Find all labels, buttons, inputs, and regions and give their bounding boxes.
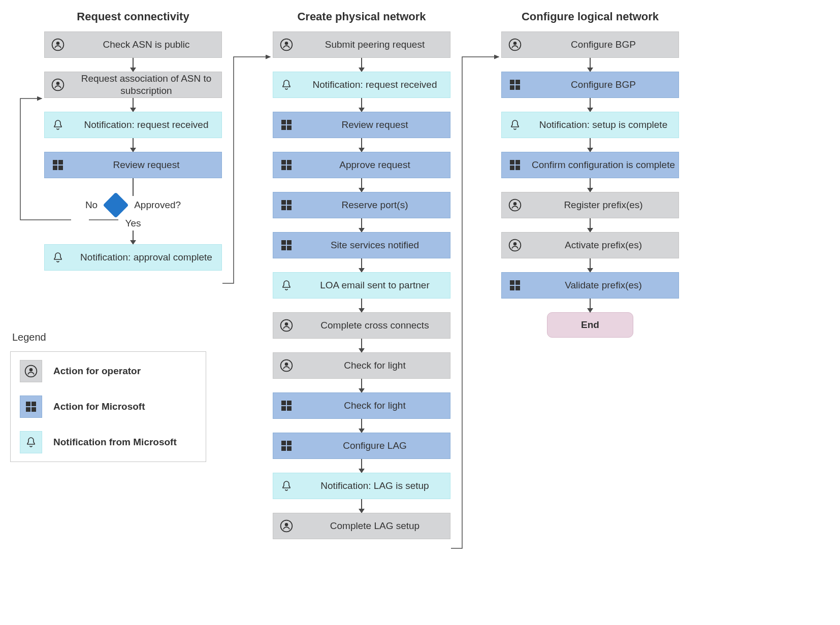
column-configure-logical-network: Configure logical network Configure BGP …	[501, 10, 679, 338]
step-configure-lag: Configure LAG	[273, 433, 450, 459]
step-label: LOA email sent to partner	[300, 279, 450, 291]
windows-icon	[502, 152, 528, 178]
bell-icon	[273, 72, 300, 97]
windows-icon	[45, 152, 71, 178]
bell-icon	[45, 245, 71, 270]
step-review-request-2: Review request	[273, 112, 450, 138]
column-create-physical-network: Create physical network Submit peering r…	[273, 10, 450, 539]
windows-icon	[273, 433, 300, 458]
arrow	[361, 138, 362, 152]
step-complete-cross-connects: Complete cross connects	[273, 312, 450, 339]
step-approve-request: Approve request	[273, 152, 450, 178]
arrow	[133, 231, 134, 244]
user-icon	[273, 313, 300, 338]
step-label: Complete LAG setup	[300, 520, 450, 532]
decision-diamond	[103, 192, 129, 218]
arrow	[361, 299, 362, 312]
step-label: Validate prefix(es)	[528, 279, 679, 291]
step-site-services-notified: Site services notified	[273, 232, 450, 258]
arrow	[590, 258, 591, 272]
bell-icon	[502, 112, 528, 138]
step-review-request: Review request	[44, 152, 222, 178]
windows-icon	[273, 233, 300, 258]
user-icon	[502, 233, 528, 258]
step-label: Review request	[300, 119, 450, 131]
step-label: Configure LAG	[300, 440, 450, 452]
legend-row-operator: Action for operator	[20, 360, 197, 382]
arrow	[590, 138, 591, 152]
decision-question: Approved?	[134, 200, 181, 211]
svg-point-8	[285, 42, 288, 45]
svg-point-2	[56, 42, 60, 45]
decision-yes-label: Yes	[125, 218, 141, 229]
step-confirm-config-complete: Confirm configuration is complete	[501, 152, 679, 178]
windows-icon	[273, 152, 300, 178]
step-label: Request association of ASN to subscripti…	[71, 73, 221, 97]
arrow	[133, 98, 134, 112]
step-complete-lag-setup: Complete LAG setup	[273, 513, 450, 539]
decision-approved: No Approved?	[85, 196, 181, 214]
arrow	[590, 98, 591, 112]
user-icon	[502, 192, 528, 218]
user-icon	[45, 72, 71, 97]
step-loa-email: LOA email sent to partner	[273, 272, 450, 299]
step-configure-bgp-ms: Configure BGP	[501, 72, 679, 98]
arrow	[361, 379, 362, 392]
step-label: Configure BGP	[528, 39, 679, 51]
col1-title: Request connectivity	[77, 10, 189, 23]
step-label: Register prefix(es)	[528, 199, 679, 211]
step-check-light-ms: Check for light	[273, 392, 450, 419]
svg-point-12	[285, 363, 288, 366]
bell-icon	[20, 431, 42, 453]
windows-icon	[502, 273, 528, 298]
col3-title: Configure logical network	[522, 10, 659, 23]
end-node: End	[547, 312, 633, 338]
column-1-wrap: Request connectivity Check ASN is public…	[10, 10, 222, 462]
step-submit-peering: Submit peering request	[273, 31, 450, 58]
step-label: Complete cross connects	[300, 319, 450, 332]
arrow	[590, 218, 591, 232]
step-label: Notification: request received	[71, 119, 221, 131]
arrow	[361, 258, 362, 272]
legend-row-notification: Notification from Microsoft	[20, 431, 197, 453]
step-label: Notification: approval complete	[71, 251, 221, 264]
arrow	[361, 419, 362, 433]
step-notif-received: Notification: request received	[44, 112, 222, 138]
step-label: Check for light	[300, 400, 450, 412]
step-activate-prefixes: Activate prefix(es)	[501, 232, 679, 258]
user-icon	[502, 32, 528, 57]
bell-icon	[273, 473, 300, 499]
step-validate-prefixes: Validate prefix(es)	[501, 272, 679, 299]
bell-icon	[273, 273, 300, 298]
step-label: Notification: LAG is setup	[300, 480, 450, 492]
arrow	[133, 58, 134, 72]
svg-point-6	[29, 368, 33, 372]
step-label: Approve request	[300, 159, 450, 171]
step-label: Check for light	[300, 359, 450, 372]
step-label: Site services notified	[300, 239, 450, 251]
arrow	[361, 98, 362, 112]
arrow	[590, 299, 591, 312]
step-label: Activate prefix(es)	[528, 239, 679, 251]
step-label: Confirm configuration is complete	[528, 159, 679, 171]
bell-icon	[45, 112, 71, 138]
step-notif-approval-complete: Notification: approval complete	[44, 244, 222, 271]
step-register-prefixes: Register prefix(es)	[501, 192, 679, 218]
column-request-connectivity: Request connectivity Check ASN is public…	[44, 10, 222, 271]
arrow	[361, 499, 362, 513]
step-label: Notification: request received	[300, 79, 450, 91]
step-notif-lag-setup: Notification: LAG is setup	[273, 473, 450, 499]
step-configure-bgp-op: Configure BGP	[501, 31, 679, 58]
col2-title: Create physical network	[297, 10, 426, 23]
arrow	[590, 178, 591, 192]
step-reserve-ports: Reserve port(s)	[273, 192, 450, 218]
step-label: Submit peering request	[300, 39, 450, 51]
legend-text: Action for Microsoft	[53, 401, 145, 412]
arrow	[361, 339, 362, 352]
svg-point-16	[513, 42, 517, 45]
legend-text: Action for operator	[53, 366, 141, 377]
arrow	[361, 218, 362, 232]
svg-point-14	[285, 523, 288, 527]
user-icon	[273, 513, 300, 539]
windows-icon	[20, 396, 42, 418]
